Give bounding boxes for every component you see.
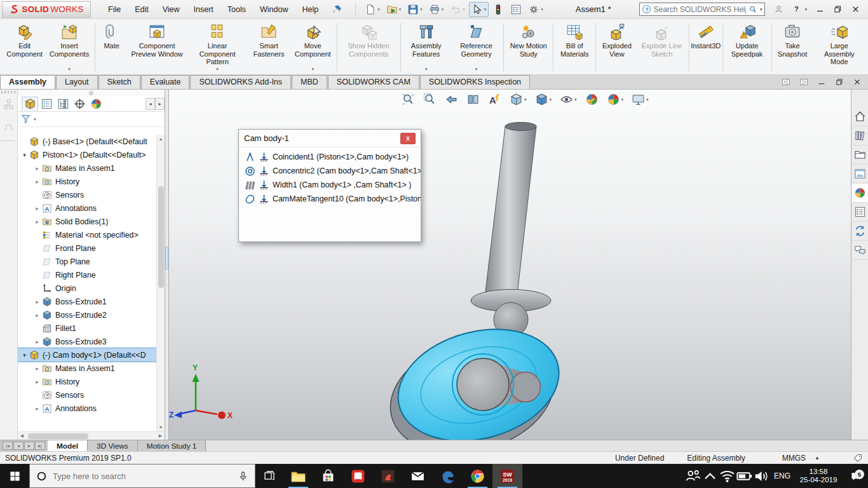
panel-tab-property-manager[interactable]: [38, 97, 55, 111]
expand-closed-icon[interactable]: ▸: [33, 219, 41, 225]
edit-component-button[interactable]: Edit Component: [4, 20, 45, 74]
doc-tab-model[interactable]: Model: [48, 440, 88, 451]
action-center-button[interactable]: 5: [843, 471, 868, 482]
tab-solidworks-cam[interactable]: SOLIDWORKS CAM: [328, 75, 419, 89]
mate-item[interactable]: CamMateTangent10 (Cam body<1>,Piston<1: [239, 192, 421, 206]
popup-close-button[interactable]: x: [400, 133, 416, 144]
doc-minimize-icon[interactable]: [817, 78, 826, 86]
reader-app-button[interactable]: [343, 464, 373, 488]
dropdown-arrow-icon[interactable]: ▾: [524, 97, 527, 102]
dropdown-arrow-icon[interactable]: ▾: [311, 67, 314, 73]
tab-sketch[interactable]: Sketch: [98, 75, 140, 89]
take-snapshot-button[interactable]: Take Snapshot: [773, 20, 812, 74]
last-button[interactable]: ▸|: [35, 442, 45, 450]
microsoft-edge-button[interactable]: [433, 464, 463, 488]
open-button[interactable]: ▾: [384, 2, 404, 17]
expand-closed-icon[interactable]: ▸: [33, 339, 41, 345]
user-login-icon[interactable]: [774, 4, 783, 14]
section-view-button[interactable]: [466, 93, 480, 106]
dropdown-arrow-icon[interactable]: ▾: [377, 7, 380, 12]
dropdown-arrow-icon[interactable]: ▾: [550, 97, 552, 102]
panel-tab-featuremanager-design-tree[interactable]: [22, 97, 38, 111]
tab-solidworks-add-ins[interactable]: SOLIDWORKS Add-Ins: [190, 75, 291, 89]
mail-button[interactable]: [403, 464, 433, 488]
scroll-left-icon[interactable]: ◀: [18, 433, 26, 438]
large-assembly-mode-button[interactable]: Large Assembly Mode: [812, 20, 867, 74]
file-explorer-button[interactable]: [283, 464, 313, 488]
menu-view[interactable]: View: [156, 2, 187, 17]
tree-item-mates-in-assem1[interactable]: ▸Mates in Assem1: [18, 362, 156, 375]
tree-item-origin[interactable]: Origin: [18, 281, 156, 295]
microphone-icon[interactable]: [238, 471, 248, 482]
dropdown-arrow-icon[interactable]: ▾: [399, 7, 402, 12]
tab-layout[interactable]: Layout: [56, 75, 98, 89]
rebuild-button[interactable]: [490, 2, 506, 17]
expand-open-icon[interactable]: ▾: [20, 352, 29, 358]
tree-item-fillet1[interactable]: Fillet1: [18, 322, 156, 335]
view-orientation-button[interactable]: ▾: [510, 93, 527, 106]
edit-appearance-button[interactable]: [585, 93, 599, 106]
cam-body-mates-popup[interactable]: Cam body-1 x Coincident1 (Piston<1>,Cam …: [238, 129, 421, 242]
previous-button[interactable]: ◂: [13, 442, 24, 450]
new-motion-study-button[interactable]: New Motion Study: [505, 20, 552, 74]
people-app-button[interactable]: [373, 464, 403, 488]
tree-horizontal-scrollbar[interactable]: ◀ ▶: [18, 431, 165, 440]
tree-item-boss-extrude2[interactable]: ▸Boss-Extrude2: [18, 308, 156, 322]
pane-right-icon[interactable]: [799, 78, 808, 86]
menu-tools[interactable]: Tools: [220, 2, 253, 17]
tag-icon[interactable]: [853, 453, 863, 463]
close-icon[interactable]: [851, 4, 860, 14]
taskbar-search-box[interactable]: [29, 464, 255, 488]
dropdown-arrow-icon[interactable]: ▾: [216, 67, 219, 73]
scroll-down-icon[interactable]: ▼: [159, 423, 163, 431]
reference-geometry-button[interactable]: Reference Geometry▾: [451, 20, 503, 74]
new-document-button[interactable]: ▾: [362, 2, 383, 17]
help-dropdown-icon[interactable]: ▾: [804, 7, 807, 12]
tray-expand-icon[interactable]: [702, 468, 719, 485]
help-icon[interactable]: ?: [792, 4, 801, 14]
doc-restore-icon[interactable]: [835, 78, 844, 86]
file-explorer-button[interactable]: [851, 146, 868, 165]
print-button[interactable]: ▾: [426, 2, 447, 17]
zoom-to-area-button[interactable]: [423, 93, 437, 106]
assembly-features-button[interactable]: Assembly Features▾: [402, 20, 451, 74]
appearances-scenes-button[interactable]: [851, 184, 868, 203]
apply-scene-button[interactable]: ▾: [607, 93, 624, 106]
mate-item[interactable]: Coincident1 (Piston<1>,Cam body<1>): [239, 150, 421, 164]
doc-tab-motion-study-1[interactable]: Motion Study 1: [138, 440, 207, 451]
tree-item-right-plane[interactable]: Right Plane: [18, 268, 156, 281]
expand-closed-icon[interactable]: ▸: [33, 312, 41, 318]
expand-closed-icon[interactable]: ▸: [33, 179, 41, 185]
microsoft-store-button[interactable]: [313, 464, 343, 488]
view-palette-button[interactable]: [851, 165, 868, 184]
tree-item-sensors[interactable]: Sensors: [18, 388, 156, 402]
dropdown-arrow-icon[interactable]: ▾: [484, 7, 487, 12]
dropdown-arrow-icon[interactable]: ▾: [442, 7, 444, 12]
tab-assembly[interactable]: Assembly: [0, 75, 55, 89]
design-library-button[interactable]: [851, 126, 868, 146]
tree-item-annotations[interactable]: ▸AAnnotations: [18, 402, 156, 415]
next-button[interactable]: ▸: [24, 442, 34, 450]
dropdown-arrow-icon[interactable]: ▾: [425, 67, 428, 73]
help-search-input[interactable]: [653, 5, 745, 14]
dropdown-arrow-icon[interactable]: ▾: [646, 97, 649, 102]
panel-collapse-handle[interactable]: [18, 90, 165, 96]
tree-item-base-1-default-de[interactable]: (-) Base<1> (Default<<Default: [18, 135, 156, 148]
tree-item-top-plane[interactable]: Top Plane: [18, 255, 156, 268]
expand-closed-icon[interactable]: ▸: [33, 299, 41, 305]
expand-closed-icon[interactable]: ▸: [33, 379, 41, 385]
mate-item[interactable]: Concentric2 (Cam body<1>,Cam Shaft<1>): [239, 164, 421, 178]
doc-tab-3d-views[interactable]: 3D Views: [88, 440, 138, 451]
start-button[interactable]: [0, 464, 29, 488]
tree-item-boss-extrude1[interactable]: ▸Boss-Extrude1: [18, 295, 156, 308]
select-button[interactable]: ▾: [469, 2, 489, 17]
dropdown-arrow-icon[interactable]: ▾: [475, 67, 478, 73]
panel-tab-configuration-manager[interactable]: [55, 97, 71, 111]
menu-help[interactable]: Help: [295, 2, 326, 17]
expand-closed-icon[interactable]: ▸: [33, 205, 41, 212]
wifi-icon[interactable]: [719, 468, 736, 485]
scroll-thumb[interactable]: [158, 186, 164, 288]
scroll-right-icon[interactable]: ▶: [156, 433, 165, 438]
options-button[interactable]: ▾: [526, 2, 546, 17]
hide-show-items-button[interactable]: ▾: [560, 93, 577, 106]
